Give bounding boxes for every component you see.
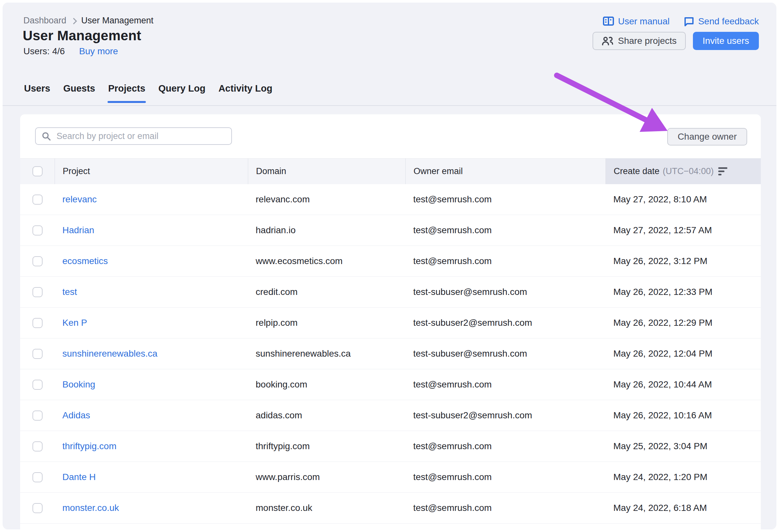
table-row: Ken P relpip.com test-subuser2@semrush.c… xyxy=(20,308,761,339)
table-row: monster.co.uk monster.co.uk test@semrush… xyxy=(20,493,761,524)
user-management-page: Dashboard User Management User Managemen… xyxy=(3,3,776,529)
breadcrumb-chevron-icon xyxy=(70,18,77,24)
owner-email-cell: test@semrush.com xyxy=(405,194,605,204)
create-date-cell: May 24, 2022, 6:18 AM xyxy=(605,503,761,513)
owner-email-cell: test@semrush.com xyxy=(405,225,605,235)
project-link[interactable]: sunshinerenewables.ca xyxy=(62,349,158,359)
header-select-all-checkbox[interactable] xyxy=(33,166,43,176)
owner-email-cell: test-subuser@semrush.com xyxy=(405,349,605,359)
sort-desc-icon xyxy=(718,167,727,175)
owner-email-cell: test-subuser2@semrush.com xyxy=(405,318,605,328)
row-checkbox[interactable] xyxy=(33,287,43,297)
project-link[interactable]: Adidas xyxy=(62,410,90,421)
breadcrumb-item-dashboard[interactable]: Dashboard xyxy=(23,16,66,26)
table-row: test credit.com test-subuser@semrush.com… xyxy=(20,277,761,308)
table-header: Project Domain Owner email Create date (… xyxy=(20,158,761,184)
send-feedback-link[interactable]: Send feedback xyxy=(684,16,759,26)
create-date-cell: May 27, 2022, 12:57 AM xyxy=(605,225,761,235)
owner-email-cell: test@semrush.com xyxy=(405,441,605,452)
domain-cell: relevanc.com xyxy=(248,194,405,204)
table-row: sunshinerenewables.ca sunshinerenewables… xyxy=(20,339,761,369)
share-projects-button[interactable]: Share projects xyxy=(593,32,686,50)
table-row: Adidas adidas.com test-subuser2@semrush.… xyxy=(20,400,761,431)
domain-cell: booking.com xyxy=(248,379,405,390)
row-checkbox[interactable] xyxy=(33,472,43,482)
row-checkbox[interactable] xyxy=(33,256,43,266)
domain-cell: adidas.com xyxy=(248,410,405,421)
people-icon xyxy=(602,36,613,46)
owner-email-cell: test@semrush.com xyxy=(405,503,605,513)
tab-projects[interactable]: Projects xyxy=(108,82,146,102)
domain-cell: www.ecosmetics.com xyxy=(248,256,405,266)
tab-activity-log[interactable]: Activity Log xyxy=(218,82,273,102)
table-row: Hadrian hadrian.io test@semrush.com May … xyxy=(20,215,761,246)
search-icon xyxy=(42,131,51,141)
tab-users[interactable]: Users xyxy=(23,82,51,102)
tab-query-log[interactable]: Query Log xyxy=(158,82,206,102)
project-link[interactable]: Hadrian xyxy=(62,225,94,235)
table-row: thriftypig.com thriftypig.com test@semru… xyxy=(20,431,761,462)
col-project: Project xyxy=(55,159,248,184)
create-date-cell: May 26, 2022, 12:33 PM xyxy=(605,287,761,297)
row-checkbox[interactable] xyxy=(33,411,43,421)
project-link[interactable]: Booking xyxy=(62,379,95,390)
project-link[interactable]: Dante H xyxy=(62,472,96,482)
col-owner-email: Owner email xyxy=(405,159,605,184)
row-checkbox[interactable] xyxy=(33,318,43,328)
change-owner-button[interactable]: Change owner xyxy=(667,128,747,145)
table-toolbar: Change owner xyxy=(20,114,761,158)
project-link[interactable]: relevanc xyxy=(62,194,97,204)
breadcrumb-item-current: User Management xyxy=(81,16,153,26)
domain-cell: relpip.com xyxy=(248,318,405,328)
breadcrumb: Dashboard User Management xyxy=(23,16,153,26)
book-icon xyxy=(603,16,614,26)
create-date-cell: May 25, 2022, 3:04 PM xyxy=(605,441,761,452)
create-date-cell: May 26, 2022, 12:29 PM xyxy=(605,318,761,328)
table-row: Booking booking.com test@semrush.com May… xyxy=(20,369,761,400)
owner-email-cell: test@semrush.com xyxy=(405,379,605,390)
row-checkbox[interactable] xyxy=(33,225,43,235)
user-manual-link[interactable]: User manual xyxy=(603,16,669,26)
create-date-cell: May 26, 2022, 3:12 PM xyxy=(605,256,761,266)
tab-guests[interactable]: Guests xyxy=(63,82,96,102)
owner-email-cell: test@semrush.com xyxy=(405,256,605,266)
project-link[interactable]: thriftypig.com xyxy=(62,441,117,452)
owner-email-cell: test@semrush.com xyxy=(405,472,605,482)
owner-email-cell: test-subuser@semrush.com xyxy=(405,287,605,297)
row-checkbox[interactable] xyxy=(33,441,43,452)
page-title: User Management xyxy=(23,28,141,44)
search-input[interactable] xyxy=(35,127,232,145)
create-date-cell: May 26, 2022, 10:44 AM xyxy=(605,379,761,390)
feedback-icon xyxy=(684,16,694,26)
domain-cell: credit.com xyxy=(248,287,405,297)
projects-panel: Change owner Project Domain Owner email … xyxy=(20,114,761,529)
project-link[interactable]: test xyxy=(62,287,77,297)
table-body: relevanc relevanc.com test@semrush.com M… xyxy=(20,184,761,524)
table-row: relevanc relevanc.com test@semrush.com M… xyxy=(20,184,761,215)
create-date-cell: May 24, 2022, 1:20 PM xyxy=(605,472,761,482)
domain-cell: hadrian.io xyxy=(248,225,405,235)
users-count: Users: 4/6 xyxy=(23,46,65,57)
create-date-cell: May 26, 2022, 10:16 AM xyxy=(605,410,761,421)
create-date-cell: May 26, 2022, 12:04 PM xyxy=(605,349,761,359)
row-checkbox[interactable] xyxy=(33,194,43,204)
row-checkbox[interactable] xyxy=(33,380,43,390)
row-checkbox[interactable] xyxy=(33,349,43,359)
create-date-cell: May 27, 2022, 8:10 AM xyxy=(605,194,761,204)
domain-cell: www.parris.com xyxy=(248,472,405,482)
row-checkbox[interactable] xyxy=(33,503,43,513)
domain-cell: monster.co.uk xyxy=(248,503,405,513)
table-row: ecosmetics www.ecosmetics.com test@semru… xyxy=(20,246,761,277)
project-link[interactable]: monster.co.uk xyxy=(62,503,119,513)
tab-bar: UsersGuestsProjectsQuery LogActivity Log xyxy=(3,82,776,106)
project-link[interactable]: ecosmetics xyxy=(62,256,108,266)
col-domain: Domain xyxy=(248,159,405,184)
table-row: Dante H www.parris.com test@semrush.com … xyxy=(20,462,761,493)
project-link[interactable]: Ken P xyxy=(62,318,87,328)
owner-email-cell: test-subuser2@semrush.com xyxy=(405,410,605,421)
buy-more-link[interactable]: Buy more xyxy=(79,46,118,57)
col-create-date[interactable]: Create date (UTC−04:00) xyxy=(605,159,761,184)
domain-cell: sunshinerenewables.ca xyxy=(248,349,405,359)
domain-cell: thriftypig.com xyxy=(248,441,405,452)
invite-users-button[interactable]: Invite users xyxy=(693,32,759,50)
